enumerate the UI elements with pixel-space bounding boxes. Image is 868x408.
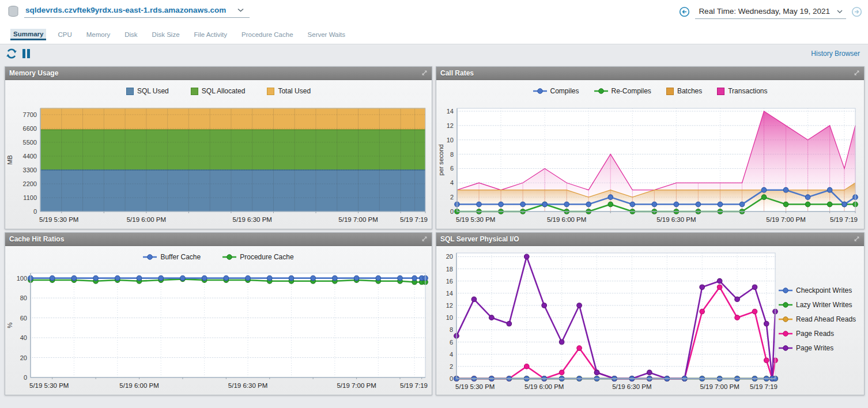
legend-item-transactions[interactable]: Transactions [717, 87, 767, 95]
svg-text:4: 4 [450, 179, 454, 186]
svg-text:5/19 6:00 PM: 5/19 6:00 PM [547, 216, 586, 223]
svg-text:14: 14 [446, 290, 453, 297]
legend-label: Checkpoint Writes [796, 286, 852, 294]
svg-text:%: % [6, 322, 13, 328]
expand-icon[interactable] [854, 234, 860, 244]
svg-text:0: 0 [450, 208, 454, 215]
svg-text:10: 10 [446, 314, 453, 321]
time-forward-button[interactable] [851, 6, 862, 20]
tab-disk-size[interactable]: Disk Size [149, 29, 183, 40]
legend-item-sql-used[interactable]: SQL Used [126, 87, 169, 95]
legend-swatch-square [126, 88, 134, 95]
svg-text:4: 4 [450, 351, 453, 358]
svg-text:5/19 5:30 PM: 5/19 5:30 PM [29, 382, 69, 389]
svg-text:10: 10 [447, 137, 454, 143]
tab-file-activity[interactable]: File Activity [191, 29, 231, 40]
legend-label: Compiles [550, 87, 579, 95]
time-navigation: Real Time: Wednesday, May 19, 2021 [679, 6, 862, 20]
tab-memory[interactable]: Memory [84, 29, 114, 40]
svg-text:5/19 6:30 PM: 5/19 6:30 PM [233, 216, 272, 223]
legend-label: SQL Used [137, 87, 169, 95]
legend-item-checkpoint-writes[interactable]: Checkpoint Writes [779, 286, 863, 294]
legend-item-read-ahead-reads[interactable]: Read Ahead Reads [779, 315, 863, 323]
legend-item-lazy-writer-writes[interactable]: Lazy Writer Writes [779, 301, 863, 309]
svg-text:12: 12 [446, 302, 453, 309]
panel-header-call-rates[interactable]: Call Rates [436, 67, 864, 80]
tab-disk[interactable]: Disk [122, 29, 140, 40]
svg-text:0: 0 [24, 374, 27, 381]
tab-bar: Summary CPU Memory Disk Disk Size File A… [10, 29, 348, 40]
legend-swatch-linedot [594, 88, 608, 95]
tab-server-waits[interactable]: Server Waits [305, 29, 348, 40]
time-range-selector[interactable]: Real Time: Wednesday, May 19, 2021 [695, 7, 846, 19]
legend-item-re-compiles[interactable]: Re-Compiles [594, 87, 651, 95]
svg-text:16: 16 [446, 278, 453, 285]
call-rates-chart: 024681012145/19 5:30 PM5/19 6:00 PM5/19 … [436, 102, 863, 229]
legend-item-page-reads[interactable]: Page Reads [779, 330, 863, 338]
panel-header-memory-usage[interactable]: Memory Usage [5, 67, 432, 80]
legend-swatch-square [717, 88, 724, 95]
svg-text:5/19 5:30 PM: 5/19 5:30 PM [39, 216, 78, 223]
panel-header-cache-hit-ratios[interactable]: Cache Hit Ratios [5, 233, 432, 246]
svg-text:5500: 5500 [23, 139, 37, 146]
svg-text:1100: 1100 [23, 194, 37, 201]
legend-item-sql-allocated[interactable]: SQL Allocated [191, 87, 246, 95]
refresh-button[interactable] [6, 48, 17, 62]
tab-summary[interactable]: Summary [10, 29, 46, 40]
cache-hit-ratios-chart: 0204060801005/19 5:30 PM5/19 6:00 PM5/19… [5, 268, 431, 395]
server-name-link[interactable]: sqldevrds.czvftek9yrdx.us-east-1.rds.ama… [25, 6, 226, 14]
legend-label: Page Reads [796, 330, 834, 338]
chevron-down-icon [837, 10, 843, 13]
server-selector[interactable]: sqldevrds.czvftek9yrdx.us-east-1.rds.ama… [24, 6, 250, 18]
svg-text:0: 0 [33, 208, 37, 215]
legend-cache-hit-ratios: Buffer CacheProcedure Cache [5, 246, 432, 268]
svg-text:60: 60 [20, 315, 27, 322]
legend-label: SQL Allocated [202, 87, 246, 95]
expand-icon[interactable] [854, 68, 860, 78]
svg-text:5/19 6:00 PM: 5/19 6:00 PM [127, 216, 166, 223]
svg-text:3300: 3300 [23, 167, 37, 173]
legend-swatch-linedot [779, 345, 792, 352]
legend-item-page-writes[interactable]: Page Writes [779, 344, 863, 352]
tab-procedure-cache[interactable]: Procedure Cache [239, 29, 296, 40]
panel-title: Cache Hit Ratios [9, 235, 64, 243]
svg-text:40: 40 [20, 334, 27, 341]
legend-item-batches[interactable]: Batches [666, 87, 702, 95]
svg-text:2: 2 [450, 363, 453, 370]
legend-swatch-linedot [779, 330, 792, 337]
tab-cpu[interactable]: CPU [55, 29, 74, 40]
legend-swatch-square [267, 88, 274, 95]
legend-swatch-linedot [222, 254, 236, 260]
svg-text:5/19 7:19: 5/19 7:19 [400, 382, 428, 389]
legend-label: Procedure Cache [240, 253, 293, 261]
svg-text:6: 6 [450, 339, 453, 346]
legend-label: Transactions [728, 87, 767, 95]
panel-call-rates: Call Rates CompilesRe-CompilesBatchesTra… [436, 66, 865, 229]
svg-text:8: 8 [450, 151, 454, 158]
svg-text:4400: 4400 [23, 153, 37, 160]
legend-label: Total Used [278, 87, 311, 95]
svg-text:5/19 7:00 PM: 5/19 7:00 PM [337, 382, 376, 389]
chevron-down-icon [237, 8, 244, 12]
svg-text:5/19 7:00 PM: 5/19 7:00 PM [338, 216, 378, 223]
panel-header-sql-server-physical-io[interactable]: SQL Server Physical I/O [436, 233, 864, 246]
history-browser-link[interactable]: History Browser [811, 50, 860, 58]
legend-item-total-used[interactable]: Total Used [267, 87, 311, 95]
legend-label: Buffer Cache [160, 253, 201, 261]
svg-text:18: 18 [446, 266, 453, 273]
svg-text:14: 14 [447, 108, 454, 115]
legend-item-compiles[interactable]: Compiles [533, 87, 579, 95]
svg-text:5/19 7:00 PM: 5/19 7:00 PM [766, 216, 805, 223]
database-icon [7, 5, 20, 20]
panel-cache-hit-ratios: Cache Hit Ratios Buffer CacheProcedure C… [5, 232, 432, 395]
time-back-button[interactable] [679, 6, 690, 20]
svg-text:100: 100 [17, 275, 27, 282]
legend-item-buffer-cache[interactable]: Buffer Cache [143, 253, 201, 261]
pause-button[interactable] [21, 48, 31, 62]
legend-item-procedure-cache[interactable]: Procedure Cache [222, 253, 293, 261]
legend-swatch-linedot [779, 301, 792, 308]
expand-icon[interactable] [421, 234, 428, 244]
panel-title: Call Rates [440, 69, 474, 77]
expand-icon[interactable] [421, 68, 428, 78]
svg-text:20: 20 [446, 253, 453, 260]
